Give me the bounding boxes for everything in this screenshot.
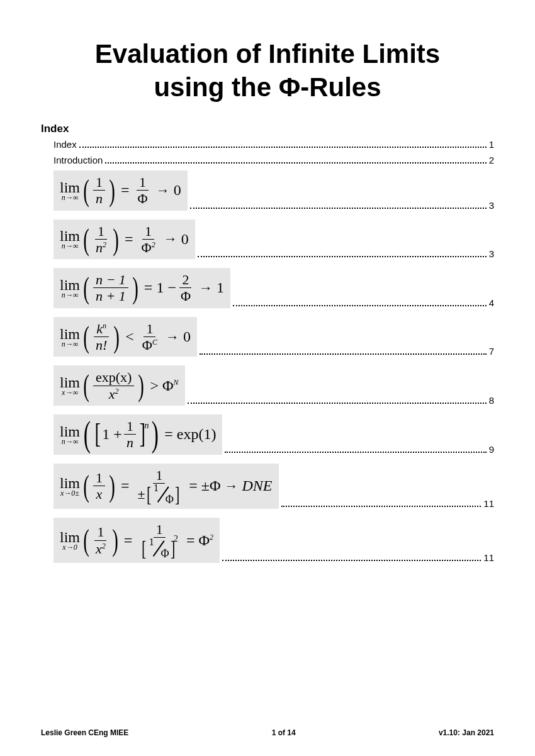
math-box: limn→∞ ( 1n2 ) = 1Φ2 → 0 bbox=[54, 220, 195, 260]
math-box: limx→0 ( 1x2 ) = 1 [ 1Φ ] 2 = Φ2 bbox=[54, 518, 220, 563]
toc-leader bbox=[198, 256, 487, 257]
page-footer: Leslie Green CEng MIEE 1 of 14 v1.10: Ja… bbox=[41, 728, 494, 737]
toc-page: 3 bbox=[489, 248, 494, 259]
footer-page: 1 of 14 bbox=[272, 728, 296, 737]
toc-page: 11 bbox=[483, 552, 494, 563]
toc-leader bbox=[200, 353, 487, 355]
toc-page: 9 bbox=[489, 444, 494, 455]
index-heading: Index bbox=[41, 123, 494, 135]
math-box: limn→∞ ( 1n ) = 1Φ → 0 bbox=[54, 170, 188, 211]
toc-page: 4 bbox=[489, 297, 494, 308]
math-box: limn→∞ ( [ 1 + 1n ] n ) = exp(1) bbox=[54, 414, 222, 455]
toc-row-formula-8: limx→0 ( 1x2 ) = 1 [ 1Φ ] 2 = Φ2 bbox=[41, 518, 494, 563]
toc-leader bbox=[222, 560, 481, 561]
math-box: limn→∞ ( knn! ) < 1ΦC → 0 bbox=[54, 317, 197, 357]
toc-leader bbox=[190, 208, 487, 209]
toc-page: 1 bbox=[489, 139, 494, 150]
footer-author: Leslie Green CEng MIEE bbox=[41, 728, 128, 737]
toc-page: 7 bbox=[489, 346, 494, 357]
toc-leader bbox=[281, 506, 482, 507]
toc-row-formula-6: limn→∞ ( [ 1 + 1n ] n ) = exp(1) 9 bbox=[41, 414, 494, 455]
toc-page: 8 bbox=[489, 395, 494, 406]
toc-row-introduction: Introduction 2 bbox=[41, 155, 494, 165]
page: Evaluation of Infinite Limits using the … bbox=[0, 0, 535, 756]
toc-row-formula-7: limx→0± ( 1x ) = 1 ± [ 1Φ ] = ±Φ → DNE bbox=[41, 464, 494, 509]
math-box: limx→0± ( 1x ) = 1 ± [ 1Φ ] = ±Φ → DNE bbox=[54, 464, 279, 509]
footer-version: v1.10: Jan 2021 bbox=[439, 728, 494, 737]
math-box: limx→∞ ( exp(x)x2 ) > ΦN bbox=[54, 365, 185, 406]
toc-leader bbox=[79, 147, 487, 148]
toc-row-formula-5: limx→∞ ( exp(x)x2 ) > ΦN 8 bbox=[41, 365, 494, 406]
document-title: Evaluation of Infinite Limits using the … bbox=[41, 38, 494, 104]
title-line-1: Evaluation of Infinite Limits bbox=[95, 39, 440, 69]
toc-leader bbox=[105, 162, 486, 164]
toc-leader bbox=[225, 452, 486, 453]
toc-leader bbox=[233, 305, 487, 306]
toc-page: 11 bbox=[483, 498, 494, 509]
toc-row-formula-1: limn→∞ ( 1n ) = 1Φ → 0 3 bbox=[41, 170, 494, 211]
toc-label: Introduction bbox=[41, 155, 103, 165]
toc-row-index: Index 1 bbox=[41, 139, 494, 150]
toc-label: Index bbox=[41, 139, 77, 150]
toc-leader bbox=[188, 403, 487, 404]
title-line-2: using the Φ-Rules bbox=[154, 72, 381, 102]
toc-page: 3 bbox=[489, 200, 494, 211]
toc-row-formula-3: limn→∞ ( n − 1n + 1 ) = 1 − 2Φ → 1 4 bbox=[41, 268, 494, 308]
toc-row-formula-4: limn→∞ ( knn! ) < 1ΦC → 0 7 bbox=[41, 317, 494, 357]
math-box: limn→∞ ( n − 1n + 1 ) = 1 − 2Φ → 1 bbox=[54, 268, 230, 308]
toc-page: 2 bbox=[489, 155, 494, 165]
toc-row-formula-2: limn→∞ ( 1n2 ) = 1Φ2 → 0 3 bbox=[41, 220, 494, 260]
